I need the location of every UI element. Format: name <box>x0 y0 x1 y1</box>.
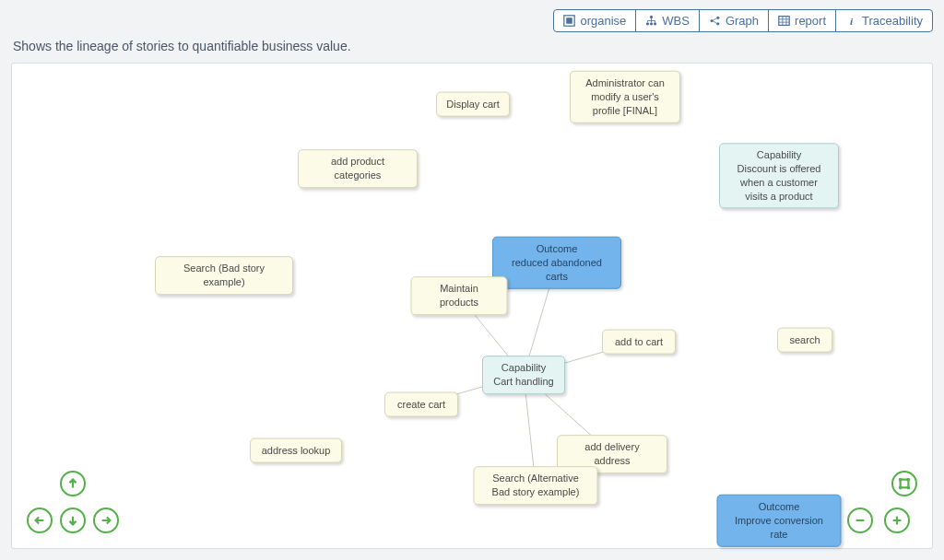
report-tab[interactable]: report <box>768 9 836 32</box>
node-text: Search (Alternative Bad story example) <box>484 472 588 499</box>
fit-icon <box>898 477 911 490</box>
svg-point-7 <box>716 17 719 19</box>
node-text: Maintain products <box>421 282 498 309</box>
zoom-in-button[interactable] <box>884 508 910 533</box>
svg-point-8 <box>716 22 719 25</box>
node-address-lookup[interactable]: address lookup <box>250 438 342 463</box>
node-search[interactable]: search <box>777 328 832 353</box>
node-capability-discount[interactable]: Capability Discount is offered when a cu… <box>719 143 839 208</box>
organise-tab[interactable]: organise <box>553 9 636 32</box>
node-create-cart[interactable]: create cart <box>384 392 458 417</box>
zoom-out-button[interactable] <box>847 508 873 533</box>
svg-point-6 <box>711 19 714 22</box>
node-outcome-conv[interactable]: Outcome Improve conversion rate <box>717 495 842 547</box>
share-icon <box>709 15 721 27</box>
arrow-up-icon <box>66 477 79 490</box>
node-title: Outcome <box>727 500 832 514</box>
wbs-label: WBS <box>662 14 690 28</box>
node-outcome-abandon[interactable]: Outcome reduced abandoned carts <box>492 237 621 289</box>
arrow-left-icon <box>33 514 46 527</box>
node-text: add to cart <box>612 335 666 349</box>
view-toolbar: organise WBS Graph report i Traceability <box>553 9 933 32</box>
arrow-down-icon <box>66 514 79 527</box>
node-text: Search (Bad story example) <box>165 262 283 289</box>
traceability-label: Traceability <box>862 14 923 28</box>
report-label: report <box>795 14 826 28</box>
hierarchy-icon <box>645 15 657 27</box>
node-text: add product categories <box>308 155 407 182</box>
node-text: Cart handling <box>492 375 555 389</box>
graph-canvas[interactable]: Display cart Administrator can modify a … <box>11 63 933 549</box>
traceability-tab[interactable]: i Traceability <box>835 9 933 32</box>
node-search-bad[interactable]: Search (Bad story example) <box>155 256 293 295</box>
node-title: Outcome <box>502 242 611 256</box>
node-title: Capability <box>492 361 555 375</box>
arrow-right-icon <box>100 514 112 527</box>
node-text: Improve conversion rate <box>727 514 832 542</box>
node-add-to-cart[interactable]: add to cart <box>602 330 676 355</box>
minus-icon <box>854 514 867 527</box>
node-text: Display cart <box>446 98 500 111</box>
svg-point-4 <box>650 22 653 25</box>
info-icon: i <box>845 15 857 27</box>
pan-controls <box>27 471 119 542</box>
svg-text:i: i <box>850 16 854 27</box>
svg-point-3 <box>646 22 649 25</box>
plus-icon <box>891 514 903 527</box>
svg-point-2 <box>650 16 653 18</box>
node-capability-cart[interactable]: Capability Cart handling <box>482 356 565 394</box>
svg-rect-1 <box>567 18 573 24</box>
graph-tab[interactable]: Graph <box>699 9 769 32</box>
node-text: create cart <box>395 398 448 412</box>
node-display-cart[interactable]: Display cart <box>436 92 510 117</box>
pan-down-button[interactable] <box>60 508 86 533</box>
graph-label: Graph <box>726 14 759 28</box>
node-text: reduced abandoned carts <box>502 256 611 284</box>
node-text: add delivery address <box>567 440 657 468</box>
zoom-fit-button[interactable] <box>891 471 917 496</box>
node-add-categories[interactable]: add product categories <box>298 149 418 188</box>
node-text: search <box>787 333 822 347</box>
zoom-controls <box>847 471 917 542</box>
pan-right-button[interactable] <box>93 508 119 533</box>
svg-rect-17 <box>901 480 909 488</box>
node-text: Discount is offered when a customer visi… <box>729 162 829 204</box>
node-admin-modify[interactable]: Administrator can modify a user's profil… <box>570 71 680 123</box>
page-subtitle: Shows the lineage of stories to quantifi… <box>13 39 351 53</box>
node-text: address lookup <box>260 444 332 458</box>
organise-label: organise <box>580 14 626 28</box>
grid-icon <box>563 15 575 27</box>
node-text: Administrator can modify a user's profil… <box>580 76 670 118</box>
svg-rect-9 <box>779 17 789 26</box>
wbs-tab[interactable]: WBS <box>635 9 700 32</box>
svg-point-5 <box>654 22 656 25</box>
pan-up-button[interactable] <box>60 471 86 496</box>
node-title: Capability <box>729 148 829 162</box>
node-maintain-products[interactable]: Maintain products <box>411 276 508 315</box>
node-search-alt-bad[interactable]: Search (Alternative Bad story example) <box>474 466 598 505</box>
table-icon <box>778 15 790 27</box>
pan-left-button[interactable] <box>27 508 53 533</box>
